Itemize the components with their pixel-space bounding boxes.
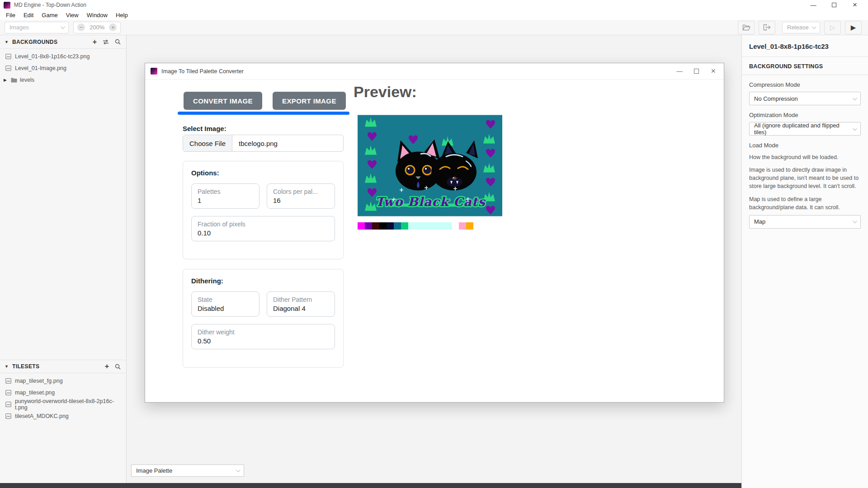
convert-image-button[interactable]: CONVERT IMAGE	[184, 92, 262, 110]
menu-help[interactable]: Help	[112, 10, 132, 20]
tilesets-panel-title: TILESETS	[12, 363, 40, 370]
open-folder-button[interactable]	[738, 21, 755, 34]
sync-icon[interactable]	[103, 39, 109, 45]
preview-heading: Preview:	[354, 83, 417, 101]
resources-sidebar: ▼ BACKGROUNDS +	[0, 35, 127, 483]
tileset-item[interactable]: map_tileset_fg.png	[0, 375, 126, 387]
palette-swatch	[394, 222, 401, 230]
search-icon[interactable]	[115, 39, 121, 45]
app-logo-icon	[4, 2, 10, 9]
tilesets-panel-header[interactable]: ▼ TILESETS +	[0, 360, 126, 373]
close-icon[interactable]: ×	[844, 0, 865, 10]
dither-state-field[interactable]: State Disabled	[191, 291, 259, 317]
search-icon[interactable]	[115, 364, 121, 370]
load-mode-desc-1: How the background will be loaded.	[749, 153, 861, 161]
tilesets-panel: ▼ TILESETS + map_tileset_fg.png	[0, 360, 126, 422]
expand-triangle-icon[interactable]: ▶	[4, 78, 8, 82]
background-item[interactable]: Level_01-8x8-1p16c-tc23.png	[0, 51, 126, 62]
palette-swatch	[372, 222, 379, 230]
menu-edit[interactable]: Edit	[19, 10, 38, 20]
build-config-select[interactable]: Release	[782, 22, 820, 33]
zoom-out-button[interactable]: −	[77, 23, 85, 31]
window-title: MD Engine - Top-Down Action	[14, 2, 86, 8]
preview-image: Two Black Cats	[358, 115, 502, 216]
background-item[interactable]: Level_01-Image.png	[0, 62, 126, 74]
image-file-icon	[5, 54, 11, 59]
preview-palette-strip	[358, 222, 473, 230]
menu-window[interactable]: Window	[83, 10, 112, 20]
images-mode-select[interactable]: Images	[5, 22, 69, 33]
load-mode-select[interactable]: Map	[749, 215, 861, 229]
zoom-controls: − 200% +	[73, 22, 121, 33]
backgrounds-panel: ▼ BACKGROUNDS +	[0, 35, 126, 86]
load-mode-desc-2: Image is used to directly draw image in …	[749, 166, 861, 190]
palette-swatch	[387, 222, 394, 230]
choose-file-button[interactable]: Choose File	[183, 135, 232, 151]
menu-view[interactable]: View	[62, 10, 83, 20]
export-image-button[interactable]: EXPORT IMAGE	[273, 92, 346, 110]
export-build-button[interactable]	[759, 21, 775, 34]
title-bar: MD Engine - Top-Down Action — ×	[0, 0, 868, 10]
dialog-maximize-icon[interactable]	[694, 69, 699, 74]
chevron-down-icon	[61, 24, 65, 29]
chevron-down-icon	[853, 126, 857, 131]
palette-swatch	[430, 222, 437, 230]
palette-swatch	[379, 222, 387, 230]
menu-game[interactable]: Game	[38, 10, 61, 20]
collapse-triangle-icon[interactable]: ▼	[5, 40, 9, 44]
folder-open-icon	[742, 24, 750, 31]
file-input[interactable]: Choose File tbcelogo.png	[183, 135, 344, 152]
optimization-mode-select[interactable]: All (ignore duplicated and flipped tiles…	[749, 122, 861, 136]
preview-image-title: Two Black Cats	[375, 195, 486, 209]
dithering-card: Dithering: State Disabled Dither Pattern…	[183, 269, 344, 368]
dialog-title-bar[interactable]: Image To Tiled Palette Converter — ×	[145, 63, 724, 80]
maximize-icon[interactable]	[824, 0, 844, 10]
dithering-title: Dithering:	[191, 277, 335, 285]
palette-swatch	[401, 222, 408, 230]
options-title: Options:	[191, 169, 335, 177]
run-button[interactable]: ▶	[845, 21, 862, 34]
background-folder-item[interactable]: ▶ levels	[0, 74, 126, 86]
image-file-icon	[5, 66, 11, 71]
dither-weight-field[interactable]: Dither weight 0.50	[191, 324, 335, 349]
zoom-level: 200%	[90, 24, 104, 31]
load-mode-label: Load Mode	[749, 142, 861, 149]
dialog-close-icon[interactable]: ×	[711, 66, 716, 76]
palette-swatch	[452, 222, 459, 230]
play-outline-icon: ▷	[830, 23, 835, 32]
compression-mode-select[interactable]: No Compression	[749, 92, 861, 105]
chevron-down-icon	[853, 96, 857, 100]
inspector-title: Level_01-8x8-1p16c-tc23	[742, 35, 868, 57]
backgrounds-panel-header[interactable]: ▼ BACKGROUNDS +	[0, 35, 126, 49]
tileset-item[interactable]: tilesetA_MDOKC.png	[0, 410, 126, 422]
add-tileset-button[interactable]: +	[105, 363, 109, 370]
palettes-field[interactable]: Palettes 1	[191, 183, 259, 209]
toolbar-right-group: Release ▷ ▶	[738, 21, 863, 34]
play-icon: ▶	[851, 23, 856, 32]
options-card: Options: Palettes 1 Colors per pal... 16…	[183, 161, 344, 259]
chevron-down-icon	[236, 468, 241, 472]
dither-pattern-field[interactable]: Dither Pattern Diagonal 4	[267, 291, 335, 317]
palette-swatch	[408, 222, 415, 230]
add-background-button[interactable]: +	[93, 38, 97, 46]
backgrounds-panel-title: BACKGROUNDS	[12, 39, 57, 45]
run-debug-button[interactable]: ▷	[824, 21, 841, 34]
zoom-in-button[interactable]: +	[109, 23, 117, 31]
menu-file[interactable]: File	[2, 10, 19, 20]
bottom-scrollbar[interactable]	[0, 483, 741, 488]
minimize-icon[interactable]: —	[803, 0, 824, 10]
optimization-mode-label: Optimization Mode	[749, 112, 861, 118]
dialog-minimize-icon[interactable]: —	[676, 68, 682, 75]
palette-swatch	[466, 222, 473, 230]
collapse-triangle-icon[interactable]: ▼	[5, 364, 9, 369]
colors-per-palette-field[interactable]: Colors per pal... 16	[267, 183, 335, 209]
palette-swatch	[365, 222, 372, 230]
folder-icon	[11, 78, 17, 83]
image-palette-select[interactable]: Image Palette	[131, 465, 244, 477]
fraction-of-pixels-field[interactable]: Fraction of pixels 0.10	[191, 216, 335, 241]
image-file-icon	[5, 413, 11, 419]
chevron-down-icon	[812, 24, 816, 29]
compression-mode-label: Compression Mode	[749, 81, 861, 88]
tileset-item[interactable]: map_tileset.png	[0, 387, 126, 399]
tileset-item[interactable]: punyworld-overworld-tileset-8x8-2p16c-t.…	[0, 399, 126, 410]
